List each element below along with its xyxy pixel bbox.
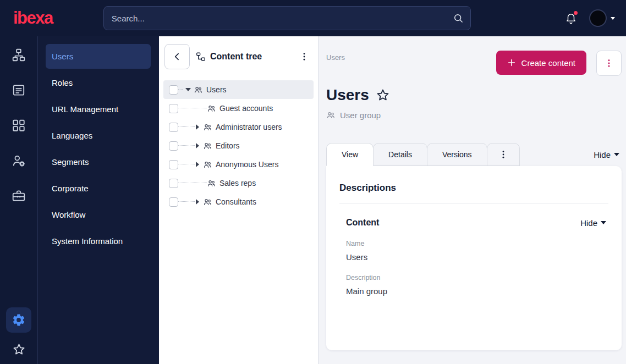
tree-item-label[interactable]: Editors bbox=[216, 141, 240, 150]
person-gear-icon bbox=[12, 153, 26, 168]
admin-users-rail-item[interactable] bbox=[12, 153, 26, 168]
tree-item-checkbox[interactable] bbox=[169, 85, 178, 95]
sidebar-item-workflow[interactable]: Workflow bbox=[46, 202, 151, 227]
tree-options-button[interactable] bbox=[297, 49, 311, 64]
main-header: Users Create content bbox=[326, 51, 622, 76]
sitemap-icon bbox=[12, 48, 26, 62]
sidebar-item-users[interactable]: Users bbox=[46, 44, 151, 69]
content-list-icon bbox=[12, 83, 26, 97]
tree-item-administrator-users[interactable]: Administrator users bbox=[163, 118, 314, 136]
notifications-button[interactable] bbox=[564, 11, 578, 25]
tree-item-consultants[interactable]: Consultants bbox=[163, 192, 314, 211]
tree-guide bbox=[178, 164, 195, 165]
tree-item-checkbox[interactable] bbox=[169, 141, 178, 151]
create-content-button[interactable]: Create content bbox=[496, 51, 586, 75]
user-group-icon bbox=[326, 111, 336, 120]
sidebar-item-corporate[interactable]: Corporate bbox=[46, 176, 151, 201]
content-type-label: User group bbox=[340, 111, 381, 120]
tab-label: Versions bbox=[442, 150, 472, 159]
tab-view[interactable]: View bbox=[326, 143, 374, 166]
search-icon[interactable] bbox=[453, 13, 464, 24]
content-tree-list: Users Guest accounts Administrator users bbox=[159, 76, 318, 211]
sidebar-item-label: Workflow bbox=[52, 210, 85, 219]
settings-rail-item[interactable] bbox=[6, 307, 31, 333]
chevron-down-icon bbox=[601, 221, 606, 224]
favorite-star-button[interactable] bbox=[376, 88, 390, 102]
rail-bottom bbox=[6, 307, 31, 356]
tab-more[interactable] bbox=[487, 143, 520, 166]
tree-item-label[interactable]: Guest accounts bbox=[219, 104, 273, 113]
user-menu[interactable] bbox=[589, 9, 615, 27]
page-title: Users bbox=[326, 86, 369, 104]
tabs-row: View Details Versions Hide bbox=[326, 143, 622, 166]
kebab-menu-icon bbox=[299, 52, 309, 62]
modules-icon bbox=[12, 118, 26, 133]
tree-guide bbox=[178, 126, 195, 128]
tree-item-users[interactable]: Users bbox=[163, 80, 314, 99]
hide-label: Hide bbox=[594, 150, 611, 159]
sidebar-item-label: Segments bbox=[52, 157, 89, 167]
card-divider bbox=[339, 203, 608, 203]
tools-rail-item[interactable] bbox=[12, 189, 26, 203]
collapse-node-caret[interactable] bbox=[185, 88, 191, 91]
bookmarks-rail-item[interactable] bbox=[12, 343, 26, 356]
tree-item-anonymous-users[interactable]: Anonymous Users bbox=[163, 155, 314, 174]
sidebar-item-label: System Information bbox=[52, 236, 123, 246]
tree-item-label[interactable]: Consultants bbox=[216, 197, 256, 206]
content-tree-title-label: Content tree bbox=[210, 52, 262, 62]
sidebar-item-url-management[interactable]: URL Management bbox=[46, 97, 151, 122]
hide-section-button[interactable]: Hide bbox=[580, 218, 608, 228]
toolbox-icon bbox=[12, 189, 26, 203]
admin-sidebar: Users Roles URL Management Languages Seg… bbox=[38, 36, 159, 364]
tree-guide bbox=[178, 89, 183, 90]
content-rail-item[interactable] bbox=[12, 83, 26, 97]
tree-item-label[interactable]: Anonymous Users bbox=[216, 160, 278, 169]
expand-node-caret[interactable] bbox=[196, 124, 199, 130]
tree-item-checkbox[interactable] bbox=[169, 160, 178, 169]
modules-rail-item[interactable] bbox=[12, 118, 26, 133]
avatar[interactable] bbox=[589, 9, 607, 27]
chevron-down-icon bbox=[614, 153, 619, 156]
expand-node-caret[interactable] bbox=[196, 199, 199, 205]
user-group-icon bbox=[203, 197, 212, 207]
tree-item-sales-reps[interactable]: Sales reps bbox=[163, 174, 314, 192]
user-group-icon bbox=[194, 85, 203, 95]
tree-item-checkbox[interactable] bbox=[169, 197, 178, 207]
search-input[interactable] bbox=[103, 6, 471, 30]
tree-item-guest-accounts[interactable]: Guest accounts bbox=[163, 99, 314, 118]
content-structure-rail-item[interactable] bbox=[12, 48, 26, 62]
tab-label: Details bbox=[388, 150, 412, 159]
field-label: Description bbox=[346, 274, 608, 282]
tab-versions[interactable]: Versions bbox=[427, 143, 487, 166]
gear-icon bbox=[12, 313, 26, 327]
tab-details[interactable]: Details bbox=[373, 143, 427, 166]
hide-tabs-button[interactable]: Hide bbox=[594, 150, 622, 159]
tree-item-checkbox[interactable] bbox=[169, 123, 178, 132]
field-description: Description Main group bbox=[346, 274, 608, 296]
tree-item-label[interactable]: Sales reps bbox=[219, 179, 256, 187]
tree-item-checkbox[interactable] bbox=[169, 179, 178, 188]
breadcrumb[interactable]: Users bbox=[326, 53, 345, 62]
page-options-button[interactable] bbox=[596, 51, 622, 76]
topbar-actions bbox=[564, 9, 615, 27]
expand-node-caret[interactable] bbox=[196, 162, 199, 167]
collapse-tree-button[interactable] bbox=[164, 44, 190, 69]
sidebar-item-languages[interactable]: Languages bbox=[46, 123, 151, 148]
sidebar-item-segments[interactable]: Segments bbox=[46, 150, 151, 174]
tree-item-checkbox[interactable] bbox=[169, 104, 178, 113]
sidebar-item-roles[interactable]: Roles bbox=[46, 70, 151, 95]
main-content: Users Create content Users bbox=[319, 36, 626, 364]
tree-guide bbox=[178, 145, 195, 146]
sidebar-item-label: Roles bbox=[52, 78, 73, 87]
expand-node-caret[interactable] bbox=[196, 143, 199, 148]
app-root: ibexa bbox=[0, 0, 626, 364]
tree-item-editors[interactable]: Editors bbox=[163, 136, 314, 155]
descriptions-heading: Descriptions bbox=[339, 183, 608, 194]
tree-item-label[interactable]: Administrator users bbox=[216, 123, 282, 131]
header-actions: Create content bbox=[496, 51, 622, 76]
sidebar-item-system-information[interactable]: System Information bbox=[46, 229, 151, 253]
chevron-left-icon bbox=[172, 51, 183, 62]
ibexa-logo[interactable]: ibexa bbox=[13, 8, 53, 28]
icon-rail bbox=[0, 36, 38, 364]
tree-item-label[interactable]: Users bbox=[206, 85, 227, 94]
